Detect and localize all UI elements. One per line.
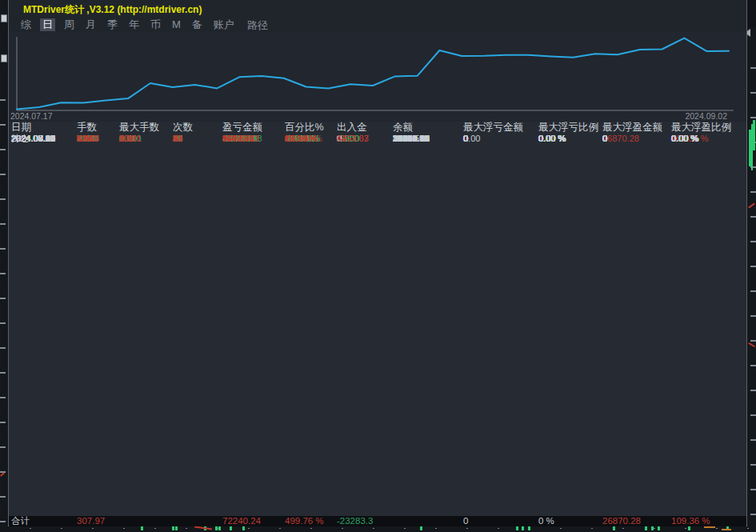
total-value-cell: -23283.3 <box>337 516 393 526</box>
background-candle <box>753 120 755 150</box>
menu-tab-10[interactable]: 账户 <box>211 18 237 31</box>
column-header: 余额 <box>393 122 463 133</box>
background-scroll-button <box>1 54 7 62</box>
value-cell: 974.83 <box>222 133 285 144</box>
total-value-cell: 72240.24 <box>222 516 285 526</box>
value-cell: 0 <box>602 133 671 144</box>
title-bar[interactable]: MTDriver统计 ,V3.12 (http://mtdriver.cn) <box>9 0 746 18</box>
background-volume-bar <box>516 526 518 530</box>
value-cell: 22.36 % <box>285 133 337 144</box>
total-value-cell: 26870.28 <box>602 516 671 526</box>
column-header: 出入金 <box>337 122 393 133</box>
value-cell: 24 <box>173 133 222 144</box>
table-total-row: 合计307.9772240.24499.76 %-23283.300 %2687… <box>9 516 746 526</box>
column-header: 手数 <box>77 122 119 133</box>
total-value-cell: 307.97 <box>77 516 119 526</box>
column-header: 最大浮亏比例 <box>538 122 602 133</box>
column-header: 最大浮盈比例 <box>671 122 746 133</box>
menu-tab-1[interactable]: 综 <box>18 18 34 31</box>
column-header: 百分比% <box>285 122 337 133</box>
value-cell: 6.91 <box>77 133 119 144</box>
menu-tab-5[interactable]: 季 <box>105 18 120 31</box>
background-volume-bar <box>172 526 174 530</box>
menu-tab-9[interactable]: 备 <box>190 18 205 31</box>
mtdriver-stats-window: MTDriver统计 ,V3.12 (http://mtdriver.cn) 综… <box>8 0 747 526</box>
background-volume-bar <box>141 526 143 530</box>
total-label-cell: 合计 <box>11 516 77 526</box>
equity-chart-svg <box>9 32 748 122</box>
total-value-cell <box>173 516 222 526</box>
background-volume-bar <box>242 526 245 530</box>
background-volume-bar <box>688 526 690 530</box>
column-header: 盈亏金额 <box>222 122 285 133</box>
background-volume-bar <box>658 526 660 530</box>
value-cell: 2.00 <box>119 133 173 144</box>
value-cell: 0.00 % <box>671 133 746 144</box>
value-cell: 5334.50 <box>393 133 463 144</box>
table-row[interactable]: 2024.07.176.912.0024974.8322.36 %4359.67… <box>9 133 746 144</box>
menu-tab-4[interactable]: 月 <box>83 18 98 31</box>
table-header-row: 日期手数最大手数次数盈亏金额百分比%出入金余额最大浮亏金额最大浮亏比例最大浮盈金… <box>9 122 746 133</box>
menu-tab-8[interactable]: M <box>170 18 183 31</box>
background-panel <box>748 0 756 27</box>
chart-start-date-label: 2024.07.17 <box>10 111 53 121</box>
column-header: 最大浮亏金额 <box>463 122 538 133</box>
total-value-cell: 109.36 % <box>671 516 746 526</box>
background-time-axis-ticks <box>0 528 756 529</box>
background-volume-bar <box>175 526 178 530</box>
total-value-cell <box>393 516 463 526</box>
background-chart-fragment <box>722 529 731 530</box>
chart-end-date-label: 2024.09.02 <box>685 111 727 121</box>
total-value-cell: 0 <box>463 516 538 526</box>
background-candle <box>749 130 751 166</box>
menu-item-path[interactable]: 路径 <box>247 18 268 33</box>
background-volume-bar <box>651 526 654 530</box>
background-axis-ticks <box>0 76 6 524</box>
value-cell: 0.00 % <box>538 133 602 144</box>
background-volume-bar <box>613 526 615 530</box>
background-window-right-sliver <box>748 0 756 532</box>
menu-tabs: 综日周月季年币M备账户 <box>18 18 237 32</box>
background-window-left-sliver <box>0 0 8 532</box>
total-value-cell: 499.76 % <box>285 516 337 526</box>
screen: MTDriver统计 ,V3.12 (http://mtdriver.cn) 综… <box>0 0 756 532</box>
menu-tab-7[interactable]: 币 <box>148 18 163 31</box>
background-volume-bar <box>420 526 422 530</box>
value-cell: 4359.67 <box>337 133 393 144</box>
background-volume-bar <box>230 526 232 530</box>
date-cell: 2024.07.17 <box>11 133 77 144</box>
background-volume-bar <box>218 526 221 530</box>
background-volume-bar <box>215 526 218 530</box>
value-cell: 0 <box>463 133 538 144</box>
background-volume-bar <box>522 526 524 530</box>
background-volume-bar <box>645 526 647 530</box>
background-volume-bar <box>528 526 530 530</box>
column-header: 最大浮盈金额 <box>602 122 671 133</box>
total-value-cell <box>119 516 173 526</box>
menu-tab-2[interactable]: 日 <box>40 18 55 31</box>
background-scroll-button <box>1 14 7 22</box>
column-header: 次数 <box>173 122 222 133</box>
equity-chart-pane[interactable]: 2024.07.17 2024.09.02 <box>9 32 746 122</box>
total-value-cell: 0 % <box>538 516 602 526</box>
menu-tab-3[interactable]: 周 <box>62 18 77 31</box>
background-axis-ticks <box>750 44 756 524</box>
background-chart-fragment <box>704 526 715 528</box>
equity-curve <box>17 38 729 110</box>
column-header: 日期 <box>11 122 77 133</box>
menu-tab-6[interactable]: 年 <box>126 18 142 31</box>
column-header: 最大手数 <box>119 122 173 133</box>
menu-bar: 综日周月季年币M备账户 路径 <box>9 18 746 33</box>
window-title: MTDriver统计 ,V3.12 (http://mtdriver.cn) <box>23 3 202 17</box>
